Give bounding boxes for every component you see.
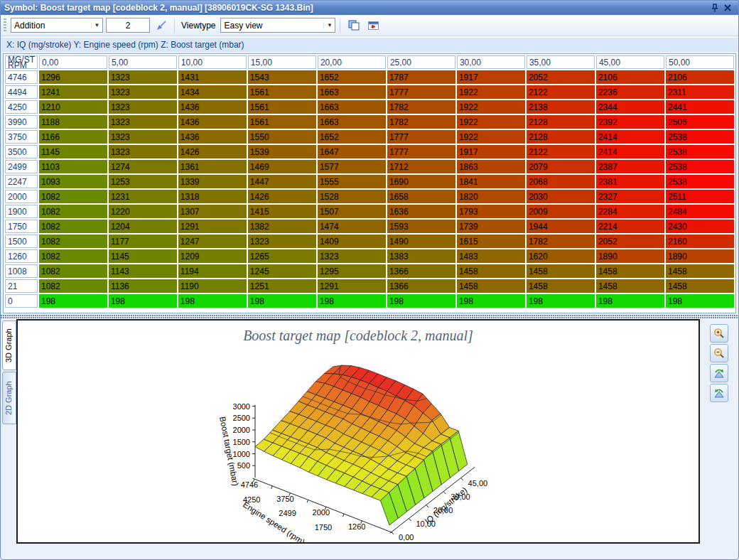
- map-cell[interactable]: 1917: [457, 70, 525, 84]
- iq-column-header[interactable]: 20,00: [318, 55, 386, 69]
- map-cell[interactable]: 1166: [39, 130, 107, 144]
- map-cell[interactable]: 198: [527, 294, 595, 308]
- map-cell[interactable]: 1782: [387, 100, 455, 114]
- map-cell[interactable]: 1145: [39, 145, 107, 158]
- map-cell[interactable]: 1082: [39, 235, 107, 248]
- map-cell[interactable]: 1323: [109, 85, 177, 99]
- operation-combo[interactable]: Addition ▼: [11, 18, 103, 33]
- map-cell[interactable]: 1434: [178, 85, 247, 99]
- iq-column-header[interactable]: 45,00: [596, 55, 664, 69]
- 3d-graph-panel[interactable]: Boost target map [codeblock 2, manual] 5…: [16, 319, 700, 544]
- rpm-row-header[interactable]: 1260: [5, 249, 38, 263]
- map-cell[interactable]: 1082: [39, 264, 107, 278]
- map-cell[interactable]: 2538: [666, 175, 734, 188]
- map-cell[interactable]: 2538: [666, 145, 734, 158]
- map-cell[interactable]: 2414: [596, 145, 664, 158]
- map-cell[interactable]: 1366: [387, 264, 455, 278]
- map-cell[interactable]: 1253: [109, 175, 177, 188]
- map-cell[interactable]: 1274: [109, 160, 177, 173]
- map-cell[interactable]: 1323: [318, 249, 386, 263]
- map-cell[interactable]: 1431: [178, 70, 247, 84]
- map-cell[interactable]: 1555: [318, 175, 386, 188]
- rpm-row-header[interactable]: 1500: [5, 235, 38, 248]
- map-cell[interactable]: 1426: [178, 145, 247, 158]
- map-cell[interactable]: 2387: [596, 160, 664, 173]
- map-cell[interactable]: 1777: [387, 130, 455, 144]
- map-cell[interactable]: 2236: [596, 85, 664, 99]
- iq-column-header[interactable]: 50,00: [666, 55, 734, 69]
- map-cell[interactable]: 1265: [248, 249, 316, 263]
- map-cell[interactable]: 1636: [387, 205, 455, 218]
- map-cell[interactable]: 1307: [178, 205, 247, 218]
- zoom-out-button[interactable]: [710, 344, 728, 362]
- map-cell[interactable]: 1177: [109, 235, 177, 248]
- map-cell[interactable]: 1366: [387, 279, 455, 293]
- map-cell[interactable]: 1458: [527, 264, 595, 278]
- map-cell[interactable]: 1782: [387, 115, 455, 129]
- map-cell[interactable]: 198: [109, 294, 177, 308]
- map-cell[interactable]: 1483: [457, 249, 525, 263]
- map-cell[interactable]: 1944: [527, 220, 595, 233]
- map-cell[interactable]: 1323: [109, 145, 177, 158]
- map-cell[interactable]: 1436: [178, 115, 247, 129]
- map-cell[interactable]: 1251: [248, 279, 316, 293]
- map-cell[interactable]: 1458: [457, 264, 525, 278]
- zoom-in-button[interactable]: [710, 324, 728, 343]
- operation-value-input[interactable]: [106, 18, 150, 33]
- surface-plot[interactable]: 50010001500200025003000Boost target (mba…: [18, 321, 698, 542]
- map-cell[interactable]: 1474: [318, 220, 386, 233]
- map-cell[interactable]: 1194: [178, 264, 247, 278]
- map-cell[interactable]: 1323: [109, 100, 177, 114]
- map-cell[interactable]: 1922: [457, 100, 525, 114]
- map-cell[interactable]: 2430: [666, 220, 734, 233]
- map-cell[interactable]: 1663: [318, 85, 386, 99]
- map-cell[interactable]: 2122: [527, 145, 595, 158]
- map-cell[interactable]: 2214: [596, 220, 664, 233]
- map-cell[interactable]: 1469: [248, 160, 316, 173]
- map-cell[interactable]: 1409: [318, 235, 386, 248]
- map-cell[interactable]: 2030: [527, 190, 595, 203]
- map-cell[interactable]: 1291: [178, 220, 247, 233]
- map-cell[interactable]: 1082: [39, 190, 107, 203]
- map-cell[interactable]: 2160: [666, 235, 734, 248]
- map-cell[interactable]: 1318: [178, 190, 247, 203]
- map-cell[interactable]: 1458: [596, 264, 664, 278]
- viewtype-combo[interactable]: Easy view ▼: [220, 18, 335, 33]
- map-cell[interactable]: 1361: [178, 160, 247, 173]
- map-cell[interactable]: 1082: [39, 205, 107, 218]
- map-cell[interactable]: 2128: [527, 115, 595, 129]
- map-cell[interactable]: 1458: [527, 279, 595, 293]
- map-cell[interactable]: 1082: [39, 220, 107, 233]
- map-cell[interactable]: 1841: [457, 175, 525, 188]
- map-cell[interactable]: 1426: [248, 190, 316, 203]
- close-button[interactable]: [721, 2, 734, 14]
- map-cell[interactable]: 1647: [318, 145, 386, 158]
- map-cell[interactable]: 1922: [457, 115, 525, 129]
- map-cell[interactable]: 1436: [178, 100, 247, 114]
- rpm-row-header[interactable]: 2499: [5, 160, 38, 173]
- map-cell[interactable]: 1382: [248, 220, 316, 233]
- tab-3d-graph[interactable]: 3D Graph: [2, 321, 16, 370]
- map-cell[interactable]: 1296: [39, 70, 107, 84]
- map-cell[interactable]: 1593: [387, 220, 455, 233]
- map-cell[interactable]: 1136: [109, 279, 177, 293]
- map-cell[interactable]: 1323: [109, 70, 177, 84]
- map-cell[interactable]: 1782: [527, 235, 595, 248]
- rpm-row-header[interactable]: 2000: [5, 190, 38, 203]
- map-cell[interactable]: 2327: [596, 190, 664, 203]
- map-cell[interactable]: 1383: [387, 249, 455, 263]
- pin-button[interactable]: [708, 2, 721, 14]
- map-cell[interactable]: 2381: [596, 175, 664, 188]
- map-cell[interactable]: 1615: [457, 235, 525, 248]
- map-cell[interactable]: 198: [457, 294, 525, 308]
- map-cell[interactable]: 1209: [178, 249, 247, 263]
- map-cell[interactable]: 198: [39, 294, 107, 308]
- map-cell[interactable]: 1220: [109, 205, 177, 218]
- rpm-row-header[interactable]: 4746: [5, 70, 38, 84]
- map-cell[interactable]: 1436: [178, 130, 247, 144]
- iq-column-header[interactable]: 0,00: [39, 55, 107, 69]
- rpm-row-header[interactable]: 0: [5, 294, 38, 308]
- map-cell[interactable]: 1561: [248, 85, 316, 99]
- map-cell[interactable]: 1295: [318, 264, 386, 278]
- map-cell[interactable]: 1082: [39, 279, 107, 293]
